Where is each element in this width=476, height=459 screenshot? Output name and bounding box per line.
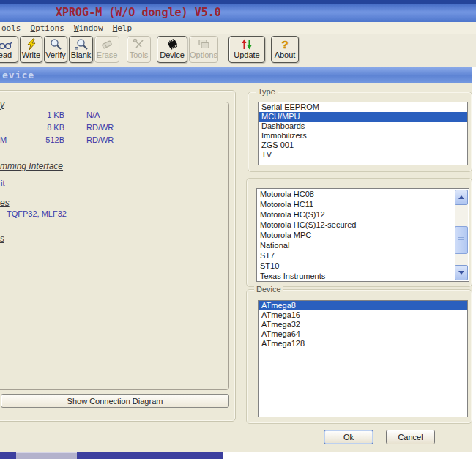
programming-interface-value: it: [1, 179, 5, 187]
menu-options[interactable]: Options: [31, 23, 64, 33]
child-caption-title: evice: [2, 70, 34, 81]
type-group-label: Type: [256, 87, 278, 96]
title-bar[interactable]: XPROG-M (W/O dongle) V5.0: [0, 0, 476, 22]
memory-row: 8 KB RD/WR: [0, 123, 161, 134]
update-arrows-icon: [240, 38, 253, 51]
list-item[interactable]: Serial EEPROM: [259, 102, 467, 112]
bottom-bar-gray-segment: [16, 452, 77, 459]
programming-interface-heading: mming Interface: [0, 161, 63, 171]
options-button: Options: [189, 36, 218, 63]
list-item[interactable]: Motorola HC11: [257, 199, 469, 209]
list-item[interactable]: ST7: [257, 250, 469, 261]
list-item[interactable]: ATmega128: [259, 339, 467, 348]
list-item[interactable]: Immobilizers: [259, 131, 467, 141]
about-button[interactable]: ? About: [271, 36, 299, 63]
memory-heading-fragment: y: [0, 100, 4, 110]
list-item[interactable]: Texas Instruments: [257, 271, 469, 281]
list-item[interactable]: Motorola HC08: [257, 189, 469, 199]
list-item[interactable]: ATmega64: [259, 329, 467, 339]
child-caption-bar[interactable]: evice: [0, 67, 472, 83]
menu-help[interactable]: Help: [113, 23, 133, 33]
scroll-up-button[interactable]: [455, 190, 468, 205]
list-item[interactable]: Motorola HC(S)12: [257, 209, 469, 220]
question-mark-icon: ?: [278, 38, 291, 51]
write-button[interactable]: Write: [20, 36, 42, 63]
show-connection-diagram-button[interactable]: Show Connection Diagram: [1, 394, 229, 408]
chevron-up-icon: [458, 195, 464, 199]
eraser-icon: [100, 38, 114, 51]
window-title: XPROG-M (W/O dongle) V5.0: [56, 6, 221, 19]
menu-bar: ools Options Window Help: [0, 22, 476, 34]
list-item[interactable]: ATmega32: [259, 320, 467, 329]
list-item[interactable]: ST10: [257, 261, 469, 271]
tools-button: Tools: [127, 36, 151, 63]
update-button[interactable]: Update: [228, 36, 265, 63]
svg-text:?: ?: [281, 38, 288, 51]
list-item[interactable]: MCU/MPU: [259, 112, 467, 122]
cancel-button[interactable]: Cancel: [386, 430, 435, 444]
list-item[interactable]: ATmega16: [259, 310, 467, 320]
bottom-white-area: [223, 452, 476, 459]
type-listbox: Serial EEPROM MCU/MPU Dashboards Immobil…: [258, 102, 468, 165]
list-item[interactable]: Motorola HC(S)12-secured: [257, 220, 469, 230]
cards-icon: [197, 38, 210, 51]
notes-heading-fragment: s: [0, 234, 4, 244]
device-group-label: Device: [254, 285, 283, 294]
device-button[interactable]: Device: [157, 36, 187, 63]
menu-window[interactable]: Window: [74, 23, 103, 33]
packages-heading-fragment: es: [0, 198, 10, 208]
memory-row: M 512B RD/WR: [0, 135, 161, 146]
list-item[interactable]: Motorola MPC: [257, 230, 469, 240]
xprog-window: XPROG-M (W/O dongle) V5.0 ools Options W…: [0, 0, 476, 459]
ok-button[interactable]: Ok: [324, 430, 373, 444]
blank-button[interactable]: Blank: [69, 36, 93, 63]
list-item[interactable]: ATmega8: [259, 301, 467, 310]
window-right-margin: [472, 67, 476, 459]
list-item[interactable]: Dashboards: [259, 122, 467, 131]
magnifier-blank-icon: [75, 38, 88, 51]
title-bar-top-edge: [0, 0, 476, 4]
bottom-bar-segment: [0, 452, 16, 459]
wrench-icon: [133, 38, 146, 51]
menu-tools[interactable]: ools: [1, 23, 21, 33]
bottom-bar-segment: [77, 452, 223, 459]
scrollbar-thumb[interactable]: [455, 226, 468, 254]
chevron-down-icon: [458, 271, 464, 275]
toolbar: ead Write Verify Blank: [0, 34, 476, 67]
read-button[interactable]: ead: [0, 36, 18, 63]
verify-button[interactable]: Verify: [44, 36, 67, 63]
erase-button: Erase: [94, 36, 119, 63]
chip-icon: [165, 38, 179, 51]
vertical-scrollbar[interactable]: [455, 190, 468, 280]
glasses-read-icon: [0, 38, 12, 51]
device-listbox: ATmega8 ATmega16 ATmega32 ATmega64 ATmeg…: [258, 300, 468, 417]
manufacturer-listbox: Motorola HC08 Motorola HC11 Motorola HC(…: [256, 188, 469, 282]
scroll-down-button[interactable]: [455, 265, 468, 280]
magnifier-icon: [49, 38, 62, 51]
lightning-icon: [25, 38, 38, 51]
list-item[interactable]: ZGS 001: [259, 141, 467, 150]
packages-value: TQFP32, MLF32: [7, 209, 67, 218]
list-item[interactable]: National: [257, 240, 469, 250]
list-item[interactable]: TV: [259, 150, 467, 160]
memory-row: 1 KB N/A: [0, 111, 161, 122]
